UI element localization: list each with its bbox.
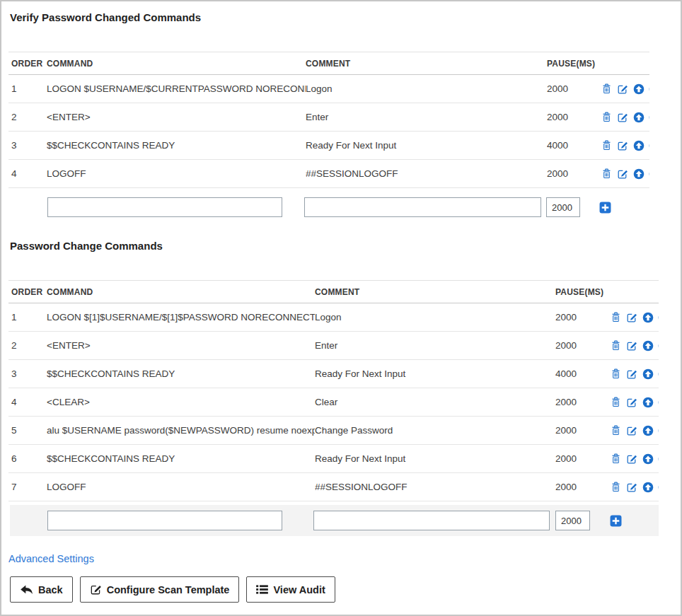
- delete-icon[interactable]: [601, 168, 612, 179]
- pause-cell: 2000: [555, 417, 608, 445]
- new-comment-input[interactable]: [313, 511, 550, 530]
- table-row: 5 alu $USERNAME password($NEWPASSWORD) r…: [8, 417, 659, 445]
- delete-icon[interactable]: [601, 112, 612, 122]
- advanced-settings-link[interactable]: Advanced Settings: [8, 553, 94, 564]
- pause-cell: 2000: [555, 332, 608, 360]
- delete-icon[interactable]: [611, 453, 621, 464]
- verify-section-title: Verify Password Changed Commands: [10, 11, 681, 23]
- delete-icon[interactable]: [611, 312, 621, 322]
- delete-icon[interactable]: [611, 368, 621, 379]
- delete-icon[interactable]: [611, 340, 621, 351]
- row-actions: [608, 388, 659, 417]
- order-cell: 2: [8, 103, 47, 132]
- move-up-icon[interactable]: [633, 83, 645, 95]
- edit-icon[interactable]: [617, 83, 628, 95]
- move-down-icon[interactable]: [649, 168, 649, 180]
- move-up-icon[interactable]: [642, 425, 654, 436]
- table-row: 7 LOGOFF ##SESSIONLOGOFF 2000: [8, 473, 659, 501]
- move-down-icon[interactable]: [658, 312, 659, 323]
- table-row: 1 LOGON $USERNAME/$CURRENTPASSWORD NOREC…: [8, 75, 649, 103]
- move-up-icon[interactable]: [633, 112, 645, 123]
- command-cell: <ENTER>: [47, 332, 315, 360]
- plus-square-icon: [610, 518, 622, 529]
- comment-cell: Ready For Next Input: [306, 132, 547, 160]
- delete-icon[interactable]: [611, 397, 621, 407]
- command-cell: LOGOFF: [47, 160, 306, 188]
- move-down-icon[interactable]: [649, 112, 649, 123]
- table-row: 6 $$CHECKCONTAINS READY Ready For Next I…: [8, 445, 659, 473]
- back-button[interactable]: Back: [10, 576, 73, 603]
- configure-scan-template-button[interactable]: Configure Scan Template: [80, 576, 240, 603]
- pause-cell: 4000: [555, 360, 608, 388]
- move-up-icon[interactable]: [642, 312, 654, 323]
- change-section-title: Password Change Commands: [10, 240, 681, 252]
- pause-cell: 4000: [547, 132, 599, 160]
- new-comment-input[interactable]: [304, 197, 541, 217]
- table-row: 4 <CLEAR> Clear 2000: [8, 388, 659, 417]
- view-audit-label: View Audit: [273, 584, 325, 595]
- view-audit-button[interactable]: View Audit: [246, 576, 335, 603]
- delete-icon[interactable]: [601, 83, 612, 94]
- move-down-icon[interactable]: [658, 425, 659, 436]
- delete-icon[interactable]: [611, 482, 621, 492]
- table-row: 2 <ENTER> Enter 2000: [8, 103, 649, 132]
- edit-icon[interactable]: [626, 453, 637, 465]
- command-cell: LOGON $USERNAME/$CURRENTPASSWORD NORECON…: [47, 75, 306, 103]
- move-up-icon[interactable]: [642, 340, 654, 351]
- edit-icon[interactable]: [626, 312, 637, 323]
- move-down-icon[interactable]: [658, 453, 659, 465]
- comment-cell: Logon: [306, 75, 547, 103]
- back-arrow-icon: [20, 583, 33, 595]
- move-up-icon[interactable]: [642, 397, 654, 408]
- move-down-icon[interactable]: [658, 482, 659, 493]
- edit-icon[interactable]: [626, 482, 637, 493]
- comment-cell: Change Password: [315, 417, 555, 445]
- edit-icon[interactable]: [626, 425, 637, 436]
- comment-cell: Ready For Next Input: [315, 445, 555, 473]
- order-cell: 6: [8, 445, 47, 473]
- delete-icon[interactable]: [601, 140, 612, 151]
- command-header: COMMAND: [47, 281, 315, 303]
- move-up-icon[interactable]: [633, 140, 645, 151]
- edit-icon[interactable]: [617, 112, 628, 123]
- pause-cell: 2000: [547, 75, 599, 103]
- list-icon: [256, 585, 268, 594]
- new-pause-input[interactable]: [546, 197, 580, 217]
- move-up-icon[interactable]: [642, 482, 654, 493]
- new-pause-input[interactable]: [555, 511, 590, 530]
- configure-scan-template-label: Configure Scan Template: [107, 584, 230, 595]
- edit-icon[interactable]: [626, 340, 637, 351]
- edit-icon[interactable]: [626, 397, 637, 408]
- pause-header: PAUSE(MS): [555, 281, 608, 303]
- move-up-icon[interactable]: [642, 453, 654, 465]
- comment-cell: Logon: [315, 303, 555, 332]
- move-down-icon[interactable]: [649, 140, 649, 151]
- command-cell: LOGOFF: [47, 473, 315, 501]
- row-actions: [608, 303, 659, 332]
- back-button-label: Back: [38, 584, 63, 595]
- table-row: 4 LOGOFF ##SESSIONLOGOFF 2000: [8, 160, 649, 188]
- new-command-input[interactable]: [47, 511, 282, 530]
- command-cell: $$CHECKCONTAINS READY: [47, 360, 315, 388]
- move-down-icon[interactable]: [658, 397, 659, 408]
- move-down-icon[interactable]: [649, 83, 649, 95]
- edit-icon[interactable]: [617, 140, 628, 151]
- add-command-button[interactable]: [610, 515, 622, 527]
- table-row: 2 <ENTER> Enter 2000: [8, 332, 659, 360]
- move-up-icon[interactable]: [642, 368, 654, 380]
- move-up-icon[interactable]: [633, 168, 645, 180]
- edit-icon[interactable]: [626, 368, 637, 380]
- command-cell: $$CHECKCONTAINS READY: [47, 445, 315, 473]
- order-header: ORDER: [8, 281, 47, 303]
- command-cell: LOGON $[1]$USERNAME/$[1]$PASSWORD NORECO…: [47, 303, 315, 332]
- move-down-icon[interactable]: [658, 368, 659, 380]
- add-command-button[interactable]: [599, 202, 611, 214]
- pause-cell: 2000: [555, 388, 608, 417]
- move-down-icon[interactable]: [658, 340, 659, 351]
- row-actions: [608, 445, 659, 473]
- pause-cell: 2000: [547, 103, 599, 132]
- new-command-input[interactable]: [47, 197, 282, 217]
- command-cell: <ENTER>: [47, 103, 306, 132]
- edit-icon[interactable]: [617, 168, 628, 180]
- delete-icon[interactable]: [611, 425, 621, 436]
